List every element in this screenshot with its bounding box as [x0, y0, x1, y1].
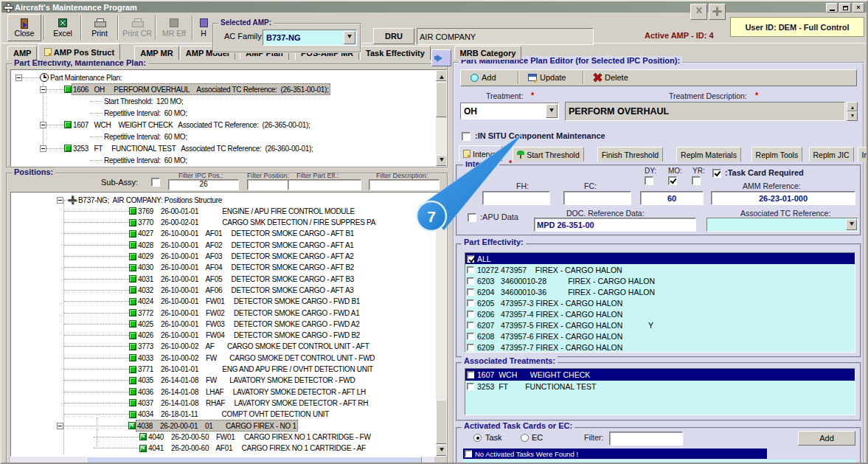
list-item[interactable]: 6205 473957-3 FIREX - CARGO HALON: [465, 297, 855, 308]
task-card-required-checkbox[interactable]: [712, 169, 721, 178]
activated-filter-input[interactable]: [609, 432, 683, 446]
expander-icon[interactable]: [57, 423, 63, 429]
ac-family-dropdown-button[interactable]: [344, 31, 355, 44]
dru-button[interactable]: DRU: [373, 28, 414, 44]
list-item[interactable]: ALL: [465, 253, 855, 264]
row-checkbox[interactable]: [467, 311, 474, 318]
add-button[interactable]: Add: [466, 71, 501, 84]
positions-tree-row[interactable]: 4024 26-10-00-01 FW01 DETECTOR SMOKE CAR…: [11, 296, 446, 308]
delete-button[interactable]: Delete: [588, 71, 633, 84]
plan-tree-row[interactable]: 3253 FT FUNCTIONAL TEST Associated TC Re…: [11, 142, 446, 154]
activated-add-button[interactable]: Add: [798, 431, 855, 446]
filter-input-2[interactable]: [288, 179, 361, 190]
ac-family-combo[interactable]: B737-NG: [263, 30, 357, 46]
row-checkbox[interactable]: [467, 277, 474, 285]
subtab-instructions[interactable]: Instructions: [858, 147, 868, 162]
plan-tree-row[interactable]: Repetitive Interval: 60 MO;: [11, 107, 446, 119]
row-checkbox[interactable]: [467, 371, 474, 378]
toolbar-button-close[interactable]: Close: [7, 14, 41, 41]
tab-task-effectivity[interactable]: Task Effectivity: [360, 46, 431, 60]
row-checkbox[interactable]: [465, 450, 472, 457]
positions-tree-row[interactable]: 4026 26-10-00-01 FW04 DETECTOR SMOKE CAR…: [11, 330, 446, 342]
list-item[interactable]: 6206 473957-4 FIREX - CARGO HALON: [465, 308, 855, 319]
positions-tree-row[interactable]: 3772 26-10-00-01 FW02 DETECTOR SMOKE CAR…: [11, 307, 446, 319]
desc-scroll-down-button[interactable]: [847, 111, 858, 121]
positions-tree-row[interactable]: 3770 26-00-02-01 CARGO SMK DETECTION / F…: [11, 217, 446, 229]
move-tool-button[interactable]: [709, 4, 726, 20]
list-item[interactable]: 10272 473957 FIREX - CARGO HALON: [465, 264, 855, 275]
row-checkbox[interactable]: [467, 255, 474, 263]
filter-input-0[interactable]: 26: [168, 179, 239, 190]
list-item[interactable]: 6204 34600010-36 FIREX - CARGO HALON: [465, 286, 855, 297]
positions-tree-row[interactable]: 4025 26-10-00-01 FW03 DETECTOR SMOKE CAR…: [11, 318, 446, 330]
positions-tree-row[interactable]: 4038 26-20-00-01 01 CARGO FIREX - NO 1: [11, 420, 446, 432]
mo-input[interactable]: 60: [640, 191, 704, 205]
list-item[interactable]: 6208 473957-6 FIREX - CARGO HALON: [465, 330, 855, 342]
positions-tree-row[interactable]: 4032 26-10-00-01 AF06 DETECTOR SMOKE CAR…: [11, 284, 446, 296]
positions-tree-row[interactable]: 4028 26-10-00-01 AF02 DETECTOR SMOKE CAR…: [11, 239, 446, 251]
minimize-button[interactable]: [826, 3, 838, 13]
plan-tree-row[interactable]: 1607 WCH WEIGHT CHECK Associated TC Refe…: [11, 119, 446, 131]
treatment-combo[interactable]: OH: [460, 103, 559, 120]
insitu-checkbox[interactable]: [462, 132, 471, 141]
row-checkbox[interactable]: [467, 322, 474, 329]
toolbar-button-h[interactable]: H: [194, 14, 213, 41]
expander-icon[interactable]: [40, 86, 46, 93]
list-item[interactable]: 6203 34600010-28 FIREX - CARGO HALON: [465, 275, 855, 286]
positions-tree-row[interactable]: 4034 26-18-01-11 COMPT OVHT DETECTION UN…: [11, 409, 446, 420]
expander-icon[interactable]: [40, 122, 46, 128]
expander-icon[interactable]: [15, 75, 22, 81]
row-checkbox[interactable]: [467, 383, 474, 390]
toolbar-button-print-cr[interactable]: Print CR: [119, 14, 155, 41]
subtab-interval[interactable]: Interval: [459, 145, 502, 162]
fc-input[interactable]: [563, 191, 631, 205]
positions-tree-row[interactable]: 4035 26-14-01-08 FW LAVATORY SMOKE DETEC…: [11, 375, 446, 387]
tab-amp-mr[interactable]: AMP MR: [134, 46, 178, 60]
expander-icon[interactable]: [57, 197, 63, 204]
plan-tree-row[interactable]: 1606 OH PERFORM OVERHAUL Associated TC R…: [11, 83, 446, 95]
cut-tool-button[interactable]: [690, 4, 707, 20]
plan-tree-row[interactable]: Part Maintenance Plan:: [11, 72, 446, 83]
filter-input-3[interactable]: [369, 179, 440, 190]
positions-tree-row[interactable]: 4041 26-20-00-60 AF01 CARGO FIREX NO 1 C…: [11, 443, 446, 454]
subtab-replm-jic[interactable]: Replm JIC: [809, 147, 854, 162]
ec-radio[interactable]: [521, 434, 529, 442]
list-item[interactable]: 1607 WCH WEIGHT CHECK: [465, 369, 855, 381]
treatment-dropdown-button[interactable]: [546, 104, 558, 118]
positions-tree-row[interactable]: 4033 26-10-00-02 FW CARGO SMOKE DET CONT…: [11, 352, 446, 364]
filter-input-1[interactable]: [247, 179, 293, 190]
subtab-replm-materials[interactable]: Replm Materials: [676, 147, 741, 162]
positions-tree-row[interactable]: 4027 26-10-00-01 AF01 DETECTOR SMOKE CAR…: [11, 228, 446, 240]
row-checkbox[interactable]: [467, 266, 474, 274]
positions-tree-row[interactable]: 4040 26-20-00-50 FW01 CARGO FIREX NO 1 C…: [11, 431, 446, 443]
positions-tree-row[interactable]: 4030 26-10-00-01 AF04 DETECTOR SMOKE CAR…: [11, 262, 446, 274]
list-item[interactable]: 3253 FT FUNCTIONAL TEST: [465, 381, 855, 392]
fh-input[interactable]: [482, 191, 550, 205]
toolbar-button-mr-eff[interactable]: MR Eff: [157, 14, 191, 41]
positions-tree-row[interactable]: 4031 26-10-00-01 AF05 DETECTOR SMOKE CAR…: [11, 273, 446, 285]
subtab-start-threshold[interactable]: Start Threshold: [513, 147, 584, 162]
toolbar-button-excel[interactable]: Excel: [46, 14, 80, 41]
associated-tc-combo[interactable]: [706, 218, 858, 232]
task-radio[interactable]: [473, 434, 482, 442]
row-checkbox[interactable]: [467, 288, 474, 296]
list-item[interactable]: 6209 473957-7 FIREX - CARGO HALON: [465, 342, 855, 353]
update-button[interactable]: Update: [524, 71, 570, 84]
row-checkbox[interactable]: [467, 344, 474, 351]
row-checkbox[interactable]: [467, 333, 474, 340]
mo-checkbox[interactable]: [668, 176, 677, 185]
plan-tree-row[interactable]: Repetitive Interval: 60 MO;: [11, 154, 446, 166]
desc-scroll-up-button[interactable]: [847, 102, 858, 111]
list-item[interactable]: 6207 473957-5 FIREX - CARGO HALON Y: [465, 319, 855, 330]
tab-amp[interactable]: AMP: [7, 46, 37, 60]
tab-amp-pos-struct[interactable]: AMP Pos Struct: [38, 44, 120, 60]
sub-assy-checkbox[interactable]: [151, 178, 160, 187]
positions-tree-row[interactable]: 4036 26-14-01-08 LHAF LAVATORY SMOKE DET…: [11, 386, 446, 398]
subtab-finish-threshold[interactable]: Finish Threshold: [597, 147, 663, 162]
plan-tree-row[interactable]: Repetitive Interval: 60 MO;: [11, 131, 446, 142]
close-window-button[interactable]: ×: [853, 3, 864, 13]
subtab-replm-tools[interactable]: Replm Tools: [751, 147, 803, 162]
positions-tree-root[interactable]: B737-NG; AIR COMPANY: Positions Structur…: [11, 194, 446, 206]
treatment-desc-field[interactable]: PERFORM OVERHAUL: [565, 102, 845, 121]
toolbar-button-print[interactable]: Print: [83, 14, 117, 41]
